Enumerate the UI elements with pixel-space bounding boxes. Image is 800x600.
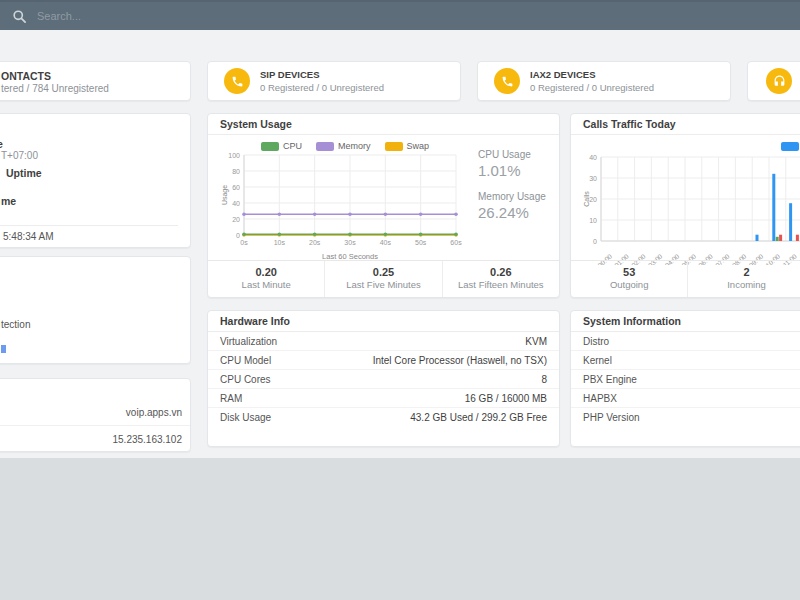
security-card: tection	[0, 256, 191, 364]
svg-text:40: 40	[589, 154, 597, 161]
memory-usage-label: Memory Usage	[478, 191, 555, 202]
table-row: PHP Version	[571, 408, 800, 427]
table-row: HAPBX	[571, 389, 800, 408]
server-info-label-fragment-1: e	[0, 138, 3, 150]
svg-text:0: 0	[236, 232, 240, 239]
table-row: RAM 16 GB / 16000 MB	[208, 389, 559, 408]
server-time-value: 5:48:34 AM	[3, 231, 54, 242]
row-divider	[0, 225, 178, 226]
usage-panel: CPU Usage 1.01% Memory Usage 26.24%	[470, 139, 559, 265]
link-fragment[interactable]	[1, 345, 6, 353]
calls-traffic-title: Calls Traffic Today	[571, 114, 800, 135]
svg-text:20: 20	[589, 196, 597, 203]
headset-icon	[766, 68, 792, 94]
svg-text:Usage: Usage	[221, 185, 229, 205]
memory-usage-value: 26.24%	[478, 204, 555, 221]
server-info-card: e T+07:00 Uptime me 5:48:34 AM	[0, 113, 191, 248]
svg-text:80: 80	[232, 168, 240, 175]
stat-outgoing: 53 Outgoing	[571, 261, 687, 297]
timezone-value-fragment: T+07:00	[1, 150, 38, 161]
svg-text:10s: 10s	[274, 239, 286, 246]
uptime-label-fragment: Uptime	[6, 167, 42, 179]
detection-label-fragment: tection	[1, 319, 30, 330]
table-row: Disk Usage 43.2 GB Used / 299.2 GB Free	[208, 408, 559, 427]
svg-text:40: 40	[232, 200, 240, 207]
table-row: Kernel	[571, 351, 800, 370]
table-row: CPU Cores 8	[208, 370, 559, 389]
svg-text:20: 20	[232, 216, 240, 223]
cutoff-card: A 0	[747, 61, 800, 101]
sip-devices-title: SIP DEVICES	[260, 68, 384, 81]
ip-value: 15.235.163.102	[112, 434, 182, 445]
svg-text:30s: 30s	[344, 239, 356, 246]
navbar-search[interactable]	[12, 5, 788, 27]
svg-text:100: 100	[228, 153, 240, 159]
system-information-card: System Information Distro Kernel PBX Eng…	[570, 310, 800, 447]
sip-devices-subtitle: 0 Registered / 0 Unregistered	[260, 81, 384, 94]
top-navbar	[0, 0, 800, 30]
svg-text:50s: 50s	[415, 239, 427, 246]
stat-last-minute: 0.20 Last Minute	[208, 261, 324, 297]
system-usage-title: System Usage	[208, 114, 559, 135]
table-row: Virtualization KVM	[208, 332, 559, 351]
hostname-value: voip.apps.vn	[126, 407, 182, 418]
sip-devices-card: SIP DEVICES 0 Registered / 0 Unregistere…	[207, 61, 461, 101]
calls-stats-row: 53 Outgoing 2 Incoming	[571, 260, 800, 297]
svg-text:30: 30	[589, 175, 597, 182]
svg-text:40s: 40s	[380, 239, 392, 246]
line-chart-legend: CPUMemorySwap	[220, 139, 470, 153]
network-info-card: voip.apps.vn 15.235.163.102	[0, 378, 191, 452]
table-row: CPU Model Intel Core Processor (Haswell,…	[208, 351, 559, 370]
iax2-devices-title: IAX2 DEVICES	[530, 68, 654, 81]
system-information-title: System Information	[571, 311, 800, 332]
svg-text:20s: 20s	[309, 239, 321, 246]
table-row: PBX Engine	[571, 370, 800, 389]
search-icon[interactable]	[12, 9, 27, 24]
calls-traffic-card: Calls Traffic Today OutgoingIncoming 010…	[570, 113, 800, 298]
contacts-card-subtitle: tered / 784 Unregistered	[1, 83, 109, 94]
phone-icon	[494, 68, 520, 94]
hardware-info-card: Hardware Info Virtualization KVM CPU Mod…	[207, 310, 560, 447]
load-stats-row: 0.20 Last Minute 0.25 Last Five Minutes …	[208, 260, 559, 297]
system-usage-card: System Usage CPUMemorySwap 0204060801000…	[207, 113, 560, 298]
iax2-devices-card: IAX2 DEVICES 0 Registered / 0 Unregister…	[477, 61, 731, 101]
stat-last-five-minutes: 0.25 Last Five Minutes	[324, 261, 441, 297]
ip-row: 15.235.163.102	[0, 426, 190, 453]
search-input[interactable]	[37, 10, 337, 22]
hardware-info-title: Hardware Info	[208, 311, 559, 332]
bar-chart-legend: OutgoingIncoming	[583, 139, 800, 153]
line-chart: 0204060801000s10s20s30s40s50s60sUsageLas…	[220, 153, 470, 261]
cpu-usage-value: 1.01%	[478, 162, 555, 179]
server-info-label-fragment-2: me	[1, 195, 16, 207]
iax2-devices-subtitle: 0 Registered / 0 Unregistered	[530, 81, 654, 94]
contacts-card-title: ONTACTS	[1, 70, 51, 82]
table-row: Distro	[571, 332, 800, 351]
svg-text:60s: 60s	[450, 239, 462, 246]
svg-text:0: 0	[593, 238, 597, 245]
hostname-row: voip.apps.vn	[0, 399, 190, 426]
system-usage-chart: CPUMemorySwap 0204060801000s10s20s30s40s…	[220, 139, 470, 265]
stat-incoming: 2 Incoming	[687, 261, 800, 297]
svg-text:60: 60	[232, 184, 240, 191]
svg-text:0s: 0s	[240, 239, 248, 246]
phone-icon	[224, 68, 250, 94]
dashboard-content: ONTACTS tered / 784 Unregistered SIP DEV…	[0, 30, 800, 458]
contacts-card: ONTACTS tered / 784 Unregistered	[0, 61, 191, 101]
cpu-usage-label: CPU Usage	[478, 149, 555, 160]
stat-last-fifteen-minutes: 0.26 Last Fifteen Minutes	[442, 261, 559, 297]
bar-chart: 01020304000:0001:0002:0003:0004:0005:000…	[583, 153, 800, 265]
svg-text:Calls: Calls	[583, 191, 590, 207]
svg-text:10: 10	[589, 217, 597, 224]
